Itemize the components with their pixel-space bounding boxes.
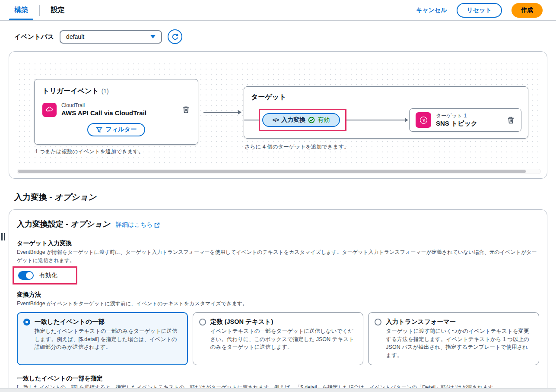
input-transform-panel: 入力変換設定 - オプション 詳細はこちら ターゲット入力変換 EventBri…: [9, 209, 547, 392]
option-card-text: 一致したイベントの一部 指定したイベントテキストの一部のみをターゲットに送信しま…: [35, 318, 181, 351]
option-card-matched-event-part[interactable]: 一致したイベントの一部 指定したイベントテキストの一部のみをターゲットに送信しま…: [17, 312, 188, 365]
target-inlet-line: [244, 120, 259, 120]
trigger-service-labels: CloudTrail AWS API Call via CloudTrail: [61, 102, 146, 117]
tab-settings-label: 設定: [51, 6, 65, 15]
filter-button[interactable]: フィルター: [87, 123, 145, 136]
header-actions: キャンセル リセット 作成: [416, 3, 543, 18]
arrow-transform-to-target: [346, 120, 405, 120]
option-card-input-transformer[interactable]: 入力トランスフォーマー ターゲットに渡す前にいくつかのイベントテキストを変更する…: [368, 312, 539, 365]
tab-separator: [39, 5, 40, 16]
target-delete-button[interactable]: [507, 116, 515, 124]
refresh-button[interactable]: [168, 29, 182, 44]
trigger-delete-button[interactable]: [182, 106, 190, 114]
check-circle-icon: [308, 117, 315, 123]
pause-bars-artifact: [1, 233, 5, 240]
create-button[interactable]: 作成: [512, 3, 543, 18]
transform-method-options: 一致したイベントの一部 指定したイベントテキストの一部のみをターゲットに送信しま…: [17, 312, 539, 365]
option-card-text: 定数 (JSON テキスト) イベントテキストの一部をターゲットに送信しないでく…: [210, 318, 357, 351]
enable-toggle[interactable]: [18, 271, 34, 280]
trigger-service-row: CloudTrail AWS API Call via CloudTrail: [42, 102, 190, 117]
reset-button[interactable]: リセット: [457, 3, 502, 18]
cloudtrail-icon: [42, 103, 57, 117]
cancel-link[interactable]: キャンセル: [416, 6, 447, 14]
target-hint-text: さらに 4 個のターゲットを追加できます。: [245, 143, 349, 151]
trigger-event-name: AWS API Call via CloudTrail: [61, 109, 146, 117]
tab-build-label: 構築: [14, 6, 28, 15]
trigger-event-card: トリガーイベント(1) CloudTrail AWS API Call via …: [34, 79, 198, 145]
event-bus-selected-value: default: [66, 33, 84, 40]
target-number-label: ターゲット 1: [436, 112, 477, 120]
code-icon: </>: [273, 117, 279, 123]
rule-flow-canvas: トリガーイベント(1) CloudTrail AWS API Call via …: [9, 51, 547, 179]
transform-status-label: 有効: [318, 116, 330, 124]
radio-constant-json[interactable]: [199, 319, 206, 326]
filter-icon: [96, 126, 102, 133]
tab-bar: 構築 設定: [14, 0, 70, 20]
canvas-horizontal-scrollbar: [17, 169, 541, 174]
sns-icon: [416, 112, 431, 128]
option-card-text: 入力トランスフォーマー ターゲットに渡す前にいくつかのイベントテキストを変更する…: [386, 318, 533, 360]
trigger-count: (1): [102, 88, 109, 95]
chevron-down-icon: [150, 35, 156, 38]
toggle-knob: [26, 272, 33, 279]
tab-build[interactable]: 構築: [9, 0, 33, 20]
input-transform-pill[interactable]: </> 入力変換 有効: [262, 113, 340, 127]
target-input-transform-heading: ターゲット入力変換: [17, 240, 539, 247]
specify-part-heading: 一致したイベントの一部を指定: [17, 375, 539, 383]
input-transform-label: 入力変換: [281, 116, 305, 124]
panel-header: 入力変換設定 - オプション 詳細はこちら: [17, 219, 539, 229]
transform-method-heading: 変換方法: [17, 291, 539, 299]
target-input-transform-description: EventBridge が情報をターゲットに渡す前に、ターゲット入力トランスフォ…: [17, 248, 539, 264]
learn-more-link[interactable]: 詳細はこちら: [116, 221, 160, 229]
option-card-constant-json[interactable]: 定数 (JSON テキスト) イベントテキストの一部をターゲットに送信しないでく…: [193, 312, 364, 365]
filter-button-label: フィルター: [106, 126, 137, 133]
tab-settings[interactable]: 設定: [46, 0, 70, 20]
section-title: 入力変換 - オプション: [14, 192, 542, 203]
external-link-icon: [154, 222, 160, 228]
trigger-card-title: トリガーイベント(1): [42, 87, 190, 96]
target-type-label: SNS トピック: [436, 120, 477, 128]
top-toolbar: 構築 設定 キャンセル リセット 作成: [0, 0, 556, 21]
canvas-scrollbar-thumb[interactable]: [18, 170, 526, 173]
arrow-trigger-to-target: [203, 112, 238, 113]
target-group-title: ターゲット: [251, 93, 286, 102]
event-bus-row: イベントバス default: [14, 29, 542, 44]
radio-matched-event-part[interactable]: [23, 319, 30, 326]
refresh-icon: [172, 33, 179, 41]
event-bus-select[interactable]: default: [60, 30, 162, 44]
radio-input-transformer[interactable]: [375, 319, 381, 326]
transform-method-description: EventBridge がイベントをターゲットに渡す前に、イベントのテキストをカ…: [17, 300, 539, 308]
enable-toggle-label: 有効化: [39, 272, 57, 279]
event-bus-label: イベントバス: [14, 33, 54, 41]
panel-title: 入力変換設定 - オプション: [17, 219, 110, 229]
sns-target-card: ターゲット 1 SNS トピック: [409, 108, 521, 132]
trigger-hint-text: 1 つまたは複数のイベントを追加できます。: [35, 148, 144, 155]
target-group-card: ターゲット </> 入力変換 有効 ターゲット 1 SNS トピ: [244, 86, 528, 139]
footer-strip: [0, 388, 556, 392]
enable-toggle-highlight: 有効化: [13, 266, 77, 285]
sns-target-labels: ターゲット 1 SNS トピック: [436, 112, 477, 128]
trigger-service-name: CloudTrail: [61, 102, 146, 109]
